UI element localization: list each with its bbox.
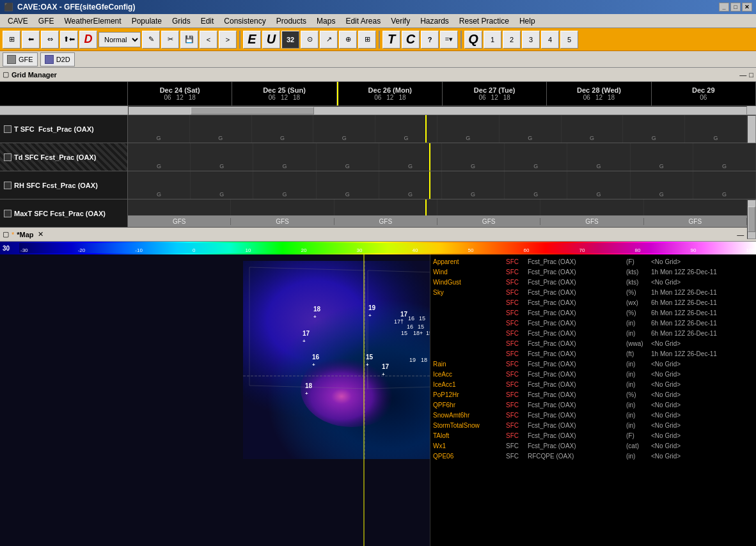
rh-cell-2[interactable]: G <box>191 171 253 199</box>
menu-weather-element[interactable]: WeatherElement <box>59 15 126 27</box>
maxt-cell-4[interactable] <box>437 199 540 215</box>
menu-edit-areas[interactable]: Edit Areas <box>340 15 386 27</box>
next-button[interactable]: > <box>219 31 237 49</box>
gm-restore-icon[interactable]: □ <box>749 71 753 79</box>
num3-button[interactable]: 3 <box>522 31 540 49</box>
menu-verify[interactable]: Verify <box>386 15 415 27</box>
maximize-button[interactable]: □ <box>730 3 741 12</box>
menu-products[interactable]: Products <box>271 15 311 27</box>
gm-expand-icon[interactable]: ▢ <box>3 70 9 79</box>
num1-button[interactable]: 1 <box>484 31 501 49</box>
maxt-cell-2[interactable] <box>231 199 334 215</box>
rh-cell-3[interactable]: G <box>253 171 316 199</box>
rh-cell-1[interactable]: G <box>128 171 191 199</box>
menu-cave[interactable]: CAVE <box>3 15 33 27</box>
gm-minimize-icon[interactable]: — <box>739 71 746 79</box>
td-cell-8[interactable]: G <box>567 143 630 171</box>
menu-help[interactable]: Help <box>514 15 540 27</box>
menu-maps[interactable]: Maps <box>311 15 340 27</box>
td-sfc-checkbox[interactable] <box>4 153 12 161</box>
menu-consistency[interactable]: Consistency <box>219 15 271 27</box>
menu-gfe[interactable]: GFE <box>33 15 59 27</box>
tools-button[interactable]: ✂ <box>161 31 179 49</box>
e-italic-button[interactable]: E <box>243 31 261 49</box>
target-button[interactable]: ⊙ <box>301 31 319 49</box>
rh-cell-6[interactable]: G <box>442 171 505 199</box>
maxt-sfc-cells[interactable]: GFS GFS GFS GFS GFS GFS <box>128 199 747 227</box>
t-vscroll[interactable] <box>747 115 756 143</box>
rh-sfc-checkbox[interactable] <box>4 182 12 189</box>
menu-reset-practice[interactable]: Reset Practice <box>454 15 514 27</box>
rh-cell-4[interactable]: G <box>317 171 379 199</box>
grid-button[interactable]: ⊞ <box>358 31 376 49</box>
q-italic-button[interactable]: Q <box>464 31 482 49</box>
num2-button[interactable]: 2 <box>503 31 521 49</box>
measure-button[interactable]: ⊕ <box>339 31 357 49</box>
u-italic-button[interactable]: U <box>262 31 280 49</box>
zoom-button[interactable]: 32 <box>281 31 299 49</box>
equals-button[interactable]: =▾ <box>440 31 458 49</box>
td-cell-3[interactable]: G <box>253 143 316 171</box>
menu-hazards[interactable]: Hazards <box>415 15 454 27</box>
t-cell-5[interactable]: G <box>375 115 437 143</box>
t-cell-2[interactable]: G <box>190 115 252 143</box>
mode-select[interactable]: Normal <box>98 32 141 47</box>
td-cell-2[interactable]: G <box>191 143 253 171</box>
t-cell-7[interactable]: G <box>500 115 562 143</box>
td-cell-6[interactable]: G <box>442 143 505 171</box>
t-cell-10[interactable]: G <box>685 115 747 143</box>
prev-button[interactable]: < <box>200 31 217 49</box>
select-tool-button[interactable]: ⊞ <box>3 31 20 49</box>
rh-cell-9[interactable]: G <box>631 171 693 199</box>
rh-cell-7[interactable]: G <box>505 171 567 199</box>
t-cell-9[interactable]: G <box>623 115 685 143</box>
d-button[interactable]: D <box>79 31 97 49</box>
t-sfc-cells[interactable]: G G G G G G G G G G <box>128 115 747 143</box>
maxt-cell-1[interactable] <box>128 199 231 215</box>
scrollbar-thumb[interactable] <box>191 107 314 114</box>
num5-button[interactable]: 5 <box>560 31 578 49</box>
rh-cell-5[interactable]: G <box>379 171 442 199</box>
maxt-sfc-checkbox[interactable] <box>4 210 12 217</box>
menu-populate[interactable]: Populate <box>127 15 167 27</box>
cursor-button[interactable]: ↗ <box>320 31 338 49</box>
pan-right-button[interactable]: ⬆⬅ <box>60 31 78 49</box>
save-button[interactable]: 💾 <box>180 31 198 49</box>
minimize-button[interactable]: _ <box>719 3 729 12</box>
t-sfc-checkbox[interactable] <box>4 125 12 133</box>
td-cell-9[interactable]: G <box>631 143 693 171</box>
maxt-cell-5[interactable] <box>540 199 643 215</box>
map-close-icon[interactable]: ✕ <box>38 230 43 238</box>
pencil-button[interactable]: ✎ <box>142 31 160 49</box>
t-italic-button[interactable]: T <box>382 31 400 49</box>
help-button[interactable]: ? <box>421 31 439 49</box>
rh-sfc-cells[interactable]: G G G G G G G G G G <box>128 171 756 199</box>
t-cell-6[interactable]: G <box>437 115 500 143</box>
vscroll-thumb[interactable] <box>748 207 755 232</box>
rh-cell-8[interactable]: G <box>567 171 630 199</box>
map-minimize-icon[interactable]: — <box>737 231 744 238</box>
t-cell-1[interactable]: G <box>128 115 190 143</box>
td-cell-7[interactable]: G <box>505 143 567 171</box>
pan-right-double-button[interactable]: ⇔ <box>41 31 59 49</box>
t-cell-3[interactable]: G <box>252 115 314 143</box>
menu-edit[interactable]: Edit <box>196 15 219 27</box>
pan-left-button[interactable]: ⬅ <box>22 31 40 49</box>
grid-vscroll[interactable] <box>747 199 756 239</box>
close-button[interactable]: ✕ <box>742 3 752 12</box>
rh-cell-10[interactable]: G <box>693 171 756 199</box>
t-cell-4[interactable]: G <box>313 115 375 143</box>
map-area[interactable]: 18+ 19+ 17+ 16+ 15+ 17+ 18+ 17 16 15 17†… <box>0 254 430 546</box>
td-cell-1[interactable]: G <box>128 143 191 171</box>
horizontal-scrollbar[interactable] <box>128 106 747 115</box>
td-cell-5[interactable]: G <box>379 143 442 171</box>
menu-grids[interactable]: Grids <box>167 15 196 27</box>
td-cell-4[interactable]: G <box>317 143 379 171</box>
t-cell-8[interactable]: G <box>562 115 624 143</box>
maxt-cell-3[interactable] <box>335 199 437 215</box>
tab-d2d[interactable]: D2D <box>40 52 75 66</box>
td-sfc-cells[interactable]: G G G G G G G G G G <box>128 143 756 171</box>
map-expand-icon[interactable]: ▢ <box>3 230 9 238</box>
td-cell-10[interactable]: G <box>693 143 756 171</box>
num4-button[interactable]: 4 <box>541 31 559 49</box>
